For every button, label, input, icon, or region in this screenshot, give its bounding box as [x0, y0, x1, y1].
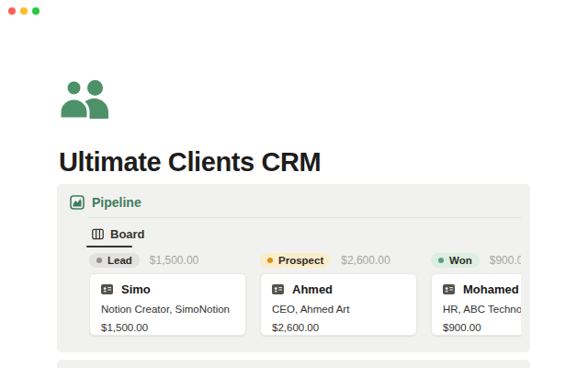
window-controls: [8, 7, 40, 15]
status-dot: [438, 258, 444, 263]
column-sum: $1,500.00: [150, 254, 198, 267]
column-header: Lead$1,500.00: [89, 253, 246, 268]
board-column-lead: Lead$1,500.00SimoNotion Creator, SimoNot…: [89, 253, 246, 345]
zoom-button[interactable]: [32, 7, 40, 15]
status-label: Prospect: [278, 255, 323, 266]
pipeline-title: Pipeline: [92, 195, 141, 210]
card-title-row: Ahmed: [272, 282, 405, 296]
contact-card-icon: [443, 284, 455, 294]
app-window: Ultimate Clients CRM Pipeline Board Lead…: [0, 0, 588, 368]
people-icon: [59, 77, 112, 120]
card-name: Mohamed: [463, 282, 519, 296]
card-subtitle: Notion Creator, SimoNotion: [101, 304, 234, 315]
status-pill[interactable]: Won: [431, 253, 480, 268]
pipeline-section: Pipeline Board Lead$1,500.00SimoNotion C…: [57, 184, 530, 352]
contact-card-icon: [272, 284, 284, 294]
column-header: Won$900.00: [431, 253, 521, 268]
board-view-icon: [92, 228, 104, 240]
status-dot: [96, 258, 102, 263]
column-sum: $900.00: [490, 254, 521, 267]
crm-card[interactable]: AhmedCEO, Ahmed Art$2,600.00: [260, 273, 417, 336]
status-pill[interactable]: Prospect: [260, 253, 331, 268]
pipeline-header: Pipeline: [70, 195, 141, 210]
card-amount: $2,600.00: [272, 322, 405, 333]
board-column-prospect: Prospect$2,600.00AhmedCEO, Ahmed Art$2,6…: [260, 253, 417, 345]
area-chart-icon: [70, 195, 85, 210]
active-tab-indicator: [86, 246, 132, 247]
status-pill[interactable]: Lead: [89, 253, 140, 268]
column-header: Prospect$2,600.00: [260, 253, 417, 268]
status-dot: [267, 258, 273, 263]
card-amount: $1,500.00: [101, 322, 234, 333]
card-subtitle: HR, ABC Technology: [443, 304, 521, 315]
card-name: Ahmed: [292, 282, 333, 296]
header-divider: [88, 217, 521, 218]
tab-board[interactable]: Board: [92, 227, 145, 241]
status-label: Lead: [107, 255, 132, 266]
status-label: Won: [449, 255, 472, 266]
crm-card[interactable]: MohamedHR, ABC Technology$900.00: [431, 273, 521, 336]
next-section-strip: [57, 360, 530, 368]
card-name: Simo: [121, 282, 151, 296]
card-title-row: Mohamed: [443, 282, 521, 296]
contact-card-icon: [101, 284, 113, 294]
board: Lead$1,500.00SimoNotion Creator, SimoNot…: [89, 253, 521, 345]
board-column-won: Won$900.00MohamedHR, ABC Technology$900.…: [431, 253, 521, 345]
tab-board-label: Board: [110, 227, 145, 241]
close-button[interactable]: [8, 7, 16, 15]
card-subtitle: CEO, Ahmed Art: [272, 304, 405, 315]
card-amount: $900.00: [443, 322, 521, 333]
page-title: Ultimate Clients CRM: [59, 147, 321, 178]
card-title-row: Simo: [101, 282, 234, 296]
column-sum: $2,600.00: [341, 254, 390, 267]
minimize-button[interactable]: [20, 7, 28, 15]
crm-card[interactable]: SimoNotion Creator, SimoNotion$1,500.00: [89, 273, 246, 336]
